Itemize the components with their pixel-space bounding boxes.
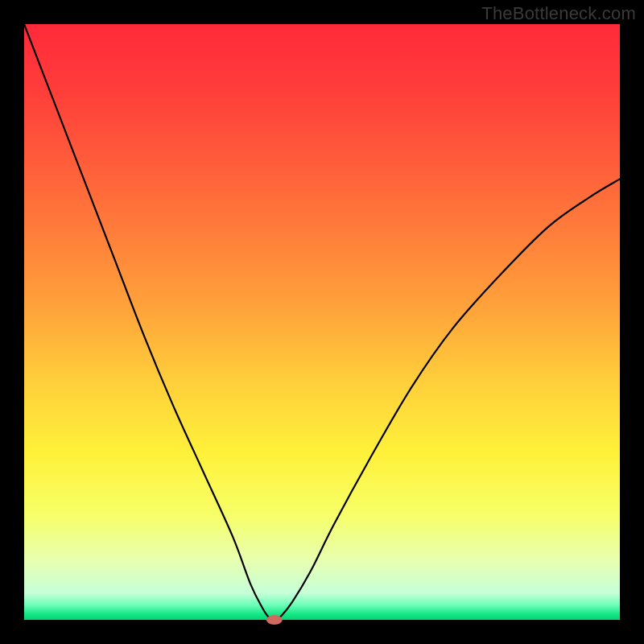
optimum-marker bbox=[266, 615, 283, 625]
bottleneck-chart bbox=[0, 0, 644, 644]
chart-frame: TheBottleneck.com bbox=[0, 0, 644, 644]
chart-background bbox=[24, 24, 620, 620]
watermark-text: TheBottleneck.com bbox=[481, 3, 636, 24]
